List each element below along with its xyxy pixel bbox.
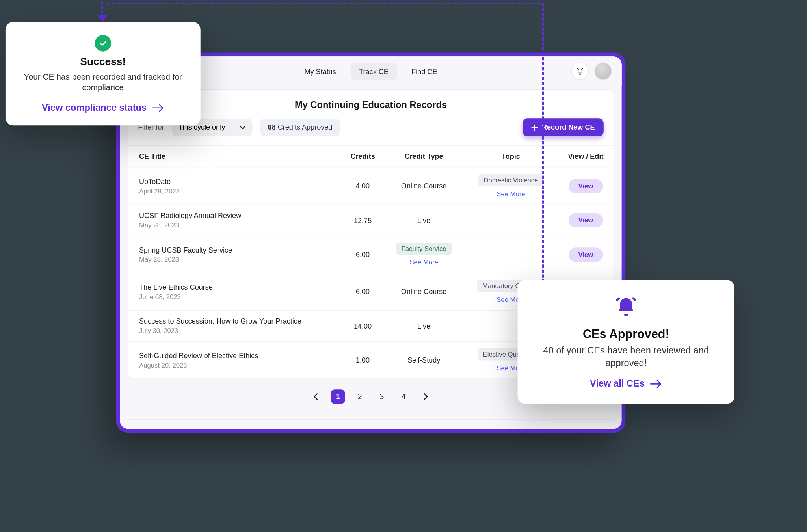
chevron-left-icon xyxy=(313,393,319,400)
col-ce-title: CE Title xyxy=(128,145,342,167)
ce-credit-type: Online Course xyxy=(384,273,464,311)
col-credits: Credits xyxy=(342,145,384,167)
ce-date: April 28, 2023 xyxy=(139,187,336,195)
tab-find-ce[interactable]: Find CE xyxy=(403,63,446,80)
button-label: Record New CE xyxy=(542,123,595,132)
credits-approved-pill: 68 Credits Approved xyxy=(260,119,340,136)
ce-title: Spring UCSB Faculty Service xyxy=(139,246,336,254)
plus-icon xyxy=(532,124,538,131)
page-prev[interactable] xyxy=(309,389,323,404)
flow-arrow-down-right xyxy=(542,3,544,288)
arrowhead-down-icon xyxy=(97,15,107,22)
view-compliance-link[interactable]: View compliance status xyxy=(42,102,164,113)
filter-row: Filter for This cycle only 68 Credits Ap… xyxy=(128,118,614,145)
divider xyxy=(128,419,614,419)
view-button[interactable]: View xyxy=(569,247,603,262)
nav-tabs: My StatusTrack CEFind CE xyxy=(296,63,446,80)
page-4[interactable]: 4 xyxy=(396,389,411,404)
ce-date: July 30, 2023 xyxy=(139,327,336,335)
ce-title: Success to Succession: How to Grow Your … xyxy=(139,317,336,326)
ce-credits: 4.00 xyxy=(342,167,384,205)
page-3[interactable]: 3 xyxy=(375,389,389,404)
credits-suffix: Credits Approved xyxy=(278,123,333,132)
ce-credit-type: Live xyxy=(384,310,464,341)
ce-credits: 6.00 xyxy=(342,236,384,273)
page-1[interactable]: 1 xyxy=(331,389,345,404)
success-body: Your CE has been recorded and tracked fo… xyxy=(17,71,190,93)
page-2[interactable]: 2 xyxy=(353,389,367,404)
ce-credits: 12.75 xyxy=(342,205,384,236)
ce-title: Self-Guided Review of Elective Ethics xyxy=(139,352,336,360)
link-label: View all CEs xyxy=(590,378,645,389)
approved-heading: CEs Approved! xyxy=(532,327,720,341)
chevron-right-icon xyxy=(423,393,428,400)
ce-credits: 6.00 xyxy=(342,273,384,311)
col-view-edit: View / Edit xyxy=(558,145,614,167)
record-new-ce-button[interactable]: Record New CE xyxy=(523,118,603,136)
check-circle-icon xyxy=(95,35,111,52)
table-row: UpToDateApril 28, 20234.00Online CourseD… xyxy=(128,167,614,205)
approved-popover: CEs Approved! 40 of your CEs have been r… xyxy=(518,280,734,404)
credit-type-tag: Faculty Service xyxy=(396,243,452,255)
ce-date: May 28, 2023 xyxy=(139,221,336,229)
ce-credit-type: Self-Study xyxy=(384,342,464,379)
ce-title: The Live Ethics Course xyxy=(139,283,336,291)
ce-actions: View xyxy=(558,167,614,205)
approved-body: 40 of your CEs have been reviewed and ap… xyxy=(532,344,720,370)
ce-credit-type: Faculty ServiceSee More xyxy=(384,236,464,273)
topbar-actions xyxy=(571,62,612,80)
notifications-button[interactable] xyxy=(571,62,589,80)
page-next[interactable] xyxy=(418,389,433,404)
table-row: UCSF Radiology Annual ReviewMay 28, 2023… xyxy=(128,205,614,236)
link-label: View compliance status xyxy=(42,102,147,113)
bell-icon xyxy=(576,67,584,76)
topic-tag: Domestic Violence xyxy=(478,174,544,186)
ce-title: UpToDate xyxy=(139,177,336,186)
tab-track-ce[interactable]: Track CE xyxy=(350,63,397,80)
arrow-right-icon xyxy=(152,103,164,112)
view-button[interactable]: View xyxy=(569,179,603,193)
success-heading: Success! xyxy=(17,56,190,68)
ce-actions: View xyxy=(558,205,614,236)
see-more-link[interactable]: See More xyxy=(389,259,458,266)
ce-credit-type: Online Course xyxy=(384,167,464,205)
view-all-ces-link[interactable]: View all CEs xyxy=(590,378,662,389)
ce-date: June 08, 2023 xyxy=(139,293,336,300)
bell-alert-icon xyxy=(614,295,638,319)
ce-actions: View xyxy=(558,236,614,273)
credits-count: 68 xyxy=(268,123,276,132)
ce-date: May 28, 2023 xyxy=(139,255,336,263)
table-row: Spring UCSB Faculty ServiceMay 28, 20236… xyxy=(128,236,614,273)
arrow-right-icon xyxy=(650,379,662,388)
tab-my-status[interactable]: My Status xyxy=(296,63,345,80)
ce-title: UCSF Radiology Annual Review xyxy=(139,212,336,220)
ce-credits: 14.00 xyxy=(342,310,384,341)
view-button[interactable]: View xyxy=(569,213,603,227)
chevron-down-icon xyxy=(239,124,246,131)
ce-credit-type: Live xyxy=(384,205,464,236)
col-credit-type: Credit Type xyxy=(384,145,464,167)
ce-credits: 1.00 xyxy=(342,342,384,379)
success-popover: Success! Your CE has been recorded and t… xyxy=(6,22,201,125)
page-title: My Continuing Education Records xyxy=(128,90,614,118)
flow-arrow-horizontal xyxy=(107,3,545,4)
see-more-link[interactable]: See More xyxy=(469,190,552,197)
ce-date: August 20, 2023 xyxy=(139,361,336,369)
avatar[interactable] xyxy=(594,62,612,80)
